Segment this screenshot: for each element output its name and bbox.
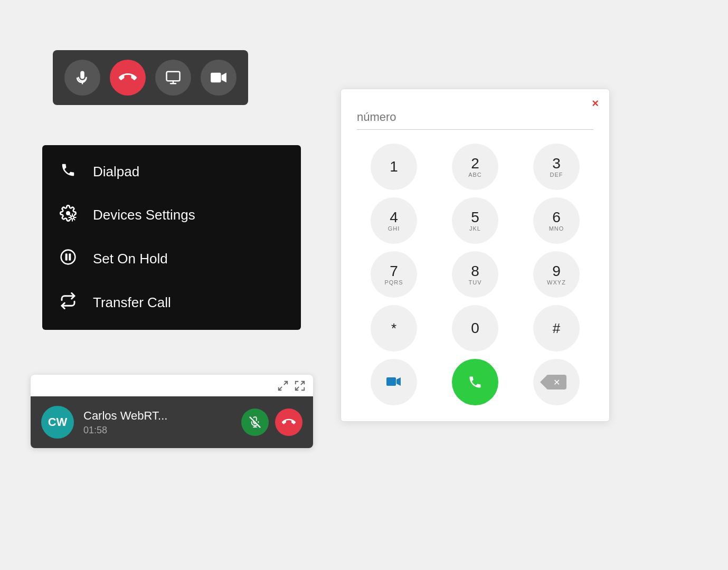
dialpad-close-button[interactable]: × [592, 97, 599, 110]
svg-line-11 [301, 382, 304, 385]
expand-button[interactable] [277, 380, 289, 394]
dialpad-video-call-button[interactable] [371, 359, 417, 405]
dialpad-grid: 1 2 ABC 3 DEF 4 GHI 5 JKL 6 MNO 7 PQRS 8 [357, 144, 593, 405]
hangup-button[interactable] [275, 408, 302, 436]
dialpad-key-5[interactable]: 5 JKL [452, 197, 498, 244]
dialpad-key-1[interactable]: 1 [371, 144, 417, 190]
menu-panel: Dialpad Devices Settings Set On Hold [42, 145, 301, 330]
menu-item-devices-settings[interactable]: Devices Settings [42, 193, 301, 237]
menu-item-set-on-hold[interactable]: Set On Hold [42, 237, 301, 281]
screen-share-button[interactable] [155, 60, 191, 96]
svg-rect-16 [386, 377, 396, 386]
dialpad-key-3[interactable]: 3 DEF [533, 144, 580, 190]
dialpad-key-hash[interactable]: # [533, 305, 580, 352]
dialpad-label: Dialpad [93, 164, 139, 180]
svg-marker-17 [396, 377, 401, 386]
transfer-icon [58, 292, 78, 313]
dialpad-key-star[interactable]: * [371, 305, 417, 352]
dialpad-key-6[interactable]: 6 MNO [533, 197, 580, 244]
caller-name: Carlos WebRT... [83, 409, 232, 423]
dialpad-panel: × 1 2 ABC 3 DEF 4 GHI 5 JKL 6 MNO 7 [341, 89, 610, 422]
call-widget: CW Carlos WebRT... 01:58 [31, 375, 313, 448]
menu-item-transfer-call[interactable]: Transfer Call [42, 281, 301, 325]
svg-rect-1 [211, 73, 221, 82]
dialpad-key-0[interactable]: 0 [452, 305, 498, 352]
dialpad-number-input[interactable] [357, 105, 593, 130]
dialpad-key-2[interactable]: 2 ABC [452, 144, 498, 190]
svg-rect-8 [69, 253, 71, 260]
dialpad-key-7[interactable]: 7 PQRS [371, 251, 417, 298]
svg-line-9 [284, 382, 287, 385]
caller-initials: CW [48, 415, 68, 429]
fullscreen-button[interactable] [294, 380, 306, 394]
dialpad-call-button[interactable] [452, 359, 498, 405]
end-call-button[interactable] [110, 60, 146, 96]
svg-line-12 [296, 387, 299, 390]
call-widget-header [31, 375, 313, 396]
svg-point-6 [61, 250, 75, 264]
dialpad-key-9[interactable]: 9 WXYZ [533, 251, 580, 298]
svg-line-10 [279, 387, 282, 390]
settings-icon [58, 205, 78, 225]
svg-rect-7 [65, 253, 68, 260]
microphone-button[interactable] [64, 60, 100, 96]
video-button[interactable] [201, 60, 237, 96]
caller-avatar: CW [41, 406, 74, 439]
call-duration: 01:58 [83, 425, 232, 436]
backspace-icon: ✕ [546, 375, 566, 390]
devices-settings-label: Devices Settings [93, 207, 195, 223]
dialpad-key-8[interactable]: 8 TUV [452, 251, 498, 298]
set-on-hold-label: Set On Hold [93, 251, 168, 267]
call-controls-bar [53, 50, 248, 105]
pause-icon [58, 249, 78, 269]
dialpad-key-4[interactable]: 4 GHI [371, 197, 417, 244]
call-actions [241, 408, 302, 436]
svg-rect-0 [167, 72, 180, 81]
menu-item-dialpad[interactable]: Dialpad [42, 150, 301, 193]
call-widget-body: CW Carlos WebRT... 01:58 [31, 396, 313, 448]
phone-icon [58, 162, 78, 182]
dialpad-backspace-button[interactable]: ✕ [533, 359, 580, 405]
mute-button[interactable] [241, 408, 269, 436]
transfer-call-label: Transfer Call [93, 294, 171, 311]
svg-marker-2 [222, 73, 226, 82]
caller-info: Carlos WebRT... 01:58 [83, 409, 232, 436]
